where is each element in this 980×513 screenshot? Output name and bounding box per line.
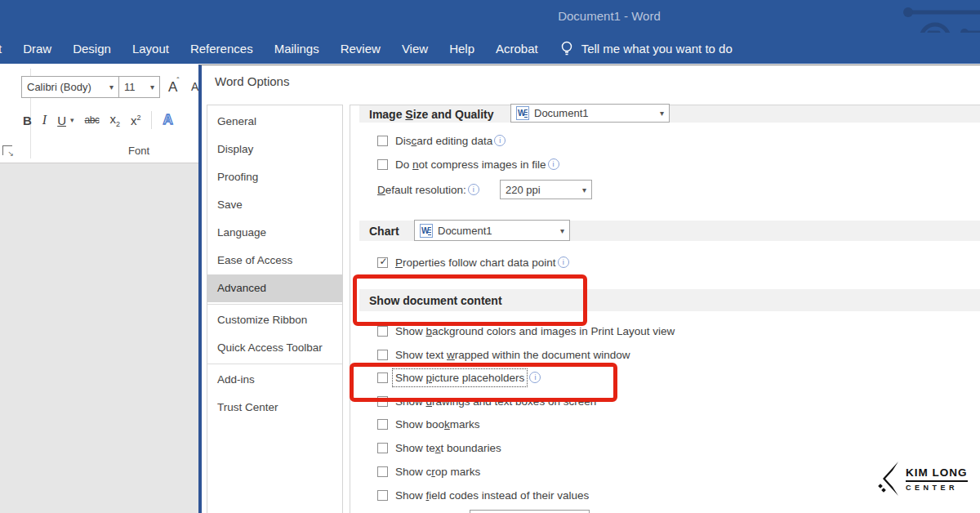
checkbox-show-text-boundaries[interactable]: [377, 443, 388, 453]
ribbon-tab-review[interactable]: Review: [341, 42, 381, 56]
default-resolution-label: Default resolution:: [377, 184, 466, 196]
info-icon[interactable]: i: [468, 184, 479, 195]
row-show-field-codes: Show field codes instead of their values: [377, 487, 589, 503]
chart-target-dropdown[interactable]: W Document1 ▾: [414, 220, 570, 241]
row-default-resolution: Default resolution: i: [377, 181, 479, 198]
kim-long-center-logo: KIM LONG CENTER: [877, 460, 968, 497]
checkbox-label: Properties follow chart data point: [395, 256, 556, 269]
sidebar-item-customize-ribbon[interactable]: Customize Ribbon: [207, 306, 342, 334]
ribbon-tab-help[interactable]: Help: [449, 42, 474, 56]
checkbox-label: Do not compress images in file: [395, 158, 546, 171]
sidebar-item-proofing[interactable]: Proofing: [207, 163, 342, 191]
text-effects-button[interactable]: A: [163, 112, 172, 128]
ribbon-tab-mailings[interactable]: Mailings: [274, 42, 319, 56]
row-do-not-compress: Do not compress images in file i: [377, 156, 559, 172]
checkbox-show-drawings[interactable]: [377, 396, 388, 407]
sidebar-item-quick-access-toolbar[interactable]: Quick Access Toolbar: [207, 334, 342, 362]
chevron-down-icon[interactable]: ▾: [109, 83, 114, 91]
section-header-show-document-content: Show document content: [359, 289, 980, 311]
logo-divider: [906, 480, 968, 482]
check-icon: ✓: [378, 256, 389, 267]
checkbox-discard-editing-data[interactable]: [377, 136, 388, 146]
strikethrough-button[interactable]: abc: [85, 114, 100, 126]
sidebar-item-general[interactable]: General: [207, 108, 342, 136]
checkbox-label-focused: Show picture placeholders: [395, 372, 524, 384]
checkbox-properties-follow-chart[interactable]: ✓: [377, 257, 388, 268]
ribbon-tab-view[interactable]: View: [402, 42, 428, 56]
sidebar-item-trust-center[interactable]: Trust Center: [207, 394, 342, 422]
sidebar-item-add-ins[interactable]: Add-ins: [207, 366, 342, 394]
sidebar-item-ease-of-access[interactable]: Ease of Access: [207, 247, 342, 274]
ribbon-tab-acrobat[interactable]: Acrobat: [496, 42, 538, 56]
checkbox-show-background-colors[interactable]: [377, 326, 388, 337]
font-format-row: B I U ▾ abc x2 x2 A: [23, 111, 173, 129]
dropdown-value: Document1: [534, 107, 588, 119]
info-icon[interactable]: i: [548, 158, 559, 170]
italic-button[interactable]: I: [42, 113, 47, 127]
font-name-value: Calibri (Body): [27, 81, 91, 93]
checkbox-do-not-compress[interactable]: [377, 159, 388, 170]
sidebar-item-language[interactable]: Language: [207, 219, 342, 247]
options-sidebar: General Display Proofing Save Language E…: [207, 105, 343, 513]
row-show-crop-marks: Show crop marks: [377, 463, 480, 480]
section-header-image-size: Image Size and Quality: [359, 105, 980, 123]
row-show-drawings: Show drawings and text boxes on screen: [377, 393, 596, 409]
row-properties-follow-chart: ✓ Properties follow chart data point i: [377, 254, 569, 270]
checkbox-label: Show background colors and images in Pri…: [395, 325, 675, 337]
info-icon[interactable]: i: [558, 256, 569, 268]
chevron-down-icon: ▾: [660, 109, 664, 118]
checkbox-show-bookmarks[interactable]: [377, 419, 388, 430]
logo-line1: KIM LONG: [906, 466, 968, 479]
cutoff-dropdown[interactable]: [470, 510, 590, 513]
font-name-combobox[interactable]: Calibri (Body) ▾: [21, 76, 119, 98]
row-show-text-boundaries: Show text boundaries: [377, 439, 501, 456]
info-icon[interactable]: i: [529, 372, 541, 383]
superscript-button[interactable]: x2: [131, 114, 141, 127]
dialog-title: Word Options: [215, 74, 289, 88]
checkbox-label: Show drawings and text boxes on screen: [395, 395, 596, 408]
window-title: Document1 - Word: [528, 9, 691, 23]
default-resolution-dropdown[interactable]: 220 ppi ▾: [500, 180, 592, 199]
word-document-icon: W: [516, 106, 529, 120]
dropdown-value: 220 ppi: [506, 184, 541, 196]
chevron-down-icon: ▾: [582, 185, 586, 194]
tell-me-box[interactable]: Tell me what you want to do: [559, 39, 733, 57]
font-size-value: 11: [124, 81, 136, 93]
row-show-text-wrapped: Show text wrapped within the document wi…: [377, 346, 630, 363]
dropdown-value: Document1: [438, 225, 492, 237]
checkbox-show-picture-placeholders[interactable]: [377, 372, 388, 383]
subscript-button[interactable]: x2: [109, 112, 120, 128]
checkbox-show-crop-marks[interactable]: [377, 466, 388, 477]
chevron-down-icon[interactable]: ▾: [150, 83, 154, 91]
grow-font-button[interactable]: Aˆ: [168, 77, 180, 96]
image-size-target-dropdown[interactable]: W Document1 ▾: [510, 104, 670, 123]
sidebar-item-display[interactable]: Display: [207, 136, 342, 163]
sidebar-item-save[interactable]: Save: [207, 191, 342, 219]
underline-dropdown-icon[interactable]: ▾: [70, 116, 74, 124]
sidebar-item-advanced[interactable]: Advanced: [207, 274, 342, 302]
title-bar: [0, 0, 980, 33]
checkbox-label: Discard editing data: [395, 135, 492, 147]
underline-button[interactable]: U: [57, 114, 66, 127]
info-icon[interactable]: i: [494, 135, 506, 146]
ribbon-tab-insert-cutoff[interactable]: t: [0, 42, 2, 56]
row-show-picture-placeholders: Show picture placeholders i: [377, 369, 541, 386]
row-show-bookmarks: Show bookmarks: [377, 416, 480, 432]
checkbox-show-text-wrapped[interactable]: [377, 350, 388, 360]
checkbox-label: Show field codes instead of their values: [395, 489, 589, 502]
ribbon-tab-references[interactable]: References: [190, 42, 253, 56]
checkbox-label: Show text wrapped within the document wi…: [395, 349, 630, 361]
ribbon-tab-draw[interactable]: Draw: [23, 42, 51, 56]
logo-line2: CENTER: [906, 484, 968, 492]
chevron-logo-mark: [877, 460, 900, 497]
dialog-launcher-icon[interactable]: ↘: [2, 145, 12, 155]
row-show-background-colors: Show background colors and images in Pri…: [377, 323, 675, 339]
ribbon-tab-layout[interactable]: Layout: [132, 42, 169, 56]
word-document-icon: W: [420, 224, 433, 238]
row-discard-editing-data: Discard editing data i: [377, 132, 506, 149]
bold-button[interactable]: B: [23, 114, 32, 127]
ribbon-tab-design[interactable]: Design: [73, 42, 111, 56]
font-size-combobox[interactable]: 11 ▾: [118, 76, 160, 98]
checkbox-show-field-codes[interactable]: [377, 490, 388, 501]
shrink-font-button[interactable]: A: [191, 80, 198, 93]
